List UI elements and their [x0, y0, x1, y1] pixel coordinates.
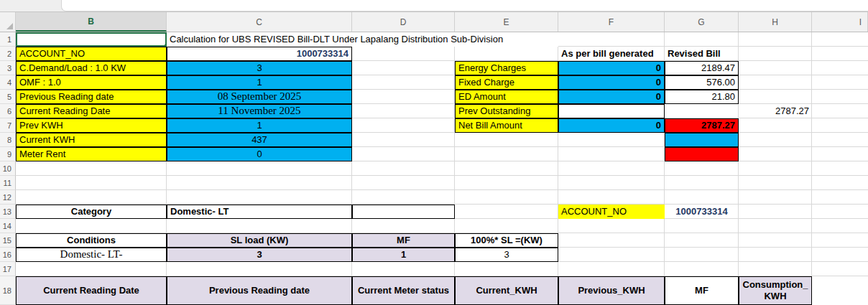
- row-header-6[interactable]: 6: [0, 104, 16, 118]
- cell-mf-value[interactable]: 1: [352, 248, 455, 262]
- cell-sl-formula-value[interactable]: 3: [455, 248, 558, 262]
- col-header-g[interactable]: G: [665, 12, 739, 32]
- row-number: 18: [3, 286, 11, 295]
- row-header-15[interactable]: 15: [0, 233, 16, 248]
- cell-cdemand-value[interactable]: 3: [167, 61, 352, 75]
- col-header-e[interactable]: E: [455, 12, 558, 32]
- cell-hdr-previous-kwh[interactable]: Previous_KWH: [558, 276, 665, 305]
- cell-col-generated-header[interactable]: As per bill generated: [558, 47, 665, 61]
- cell-prev-outstanding-label[interactable]: Prev Outstanding: [455, 104, 558, 118]
- cell-d13-empty[interactable]: [352, 205, 455, 219]
- row-header-18[interactable]: 18: [0, 276, 16, 305]
- row-header-1[interactable]: 1: [0, 32, 16, 47]
- cell-meter-rent-value[interactable]: 0: [167, 147, 352, 161]
- cell-ed-amount-revised[interactable]: 21.80: [665, 90, 739, 104]
- cell-account-value[interactable]: 1000733314: [167, 47, 352, 61]
- row-header-16[interactable]: 16: [0, 248, 16, 262]
- row-number: 13: [3, 207, 11, 216]
- col-header-label: E: [503, 17, 509, 27]
- cell-sl-load-value[interactable]: 3: [167, 248, 352, 262]
- cell-ed-amount-generated[interactable]: 0: [558, 90, 665, 104]
- cell-prev-kwh-value[interactable]: 1: [167, 118, 352, 133]
- row-number: 2: [7, 50, 11, 58]
- label-text: Energy Charges: [458, 63, 526, 73]
- cell-net-bill-label[interactable]: Net Bill Amount: [455, 118, 558, 133]
- row-header-2[interactable]: 2: [0, 47, 16, 61]
- cell-conditions-header[interactable]: Conditions: [16, 233, 167, 248]
- cell-fixed-charge-generated[interactable]: 0: [558, 75, 665, 90]
- col-header-label: H: [772, 17, 778, 27]
- cell-current-reading-date-label[interactable]: Current Reading Date: [16, 104, 167, 118]
- header-text: SL load (KW): [231, 235, 289, 245]
- cell-account-lookup-value[interactable]: 1000733314: [665, 205, 739, 219]
- cell-hdr-current-kwh[interactable]: Current_KWH: [455, 276, 558, 305]
- row-header-5[interactable]: 5: [0, 90, 16, 104]
- cell-hdr-current-meter-status[interactable]: Current Meter status: [352, 276, 455, 305]
- cell-fixed-charge-revised[interactable]: 576.00: [665, 75, 739, 90]
- cell-energy-charges-generated[interactable]: 0: [558, 61, 665, 75]
- cell-cdemand-label[interactable]: C.Demand/Load : 1.0 KW: [16, 61, 167, 75]
- col-header-label: I: [859, 17, 862, 27]
- cell-current-kwh-label[interactable]: Current KWH: [16, 133, 167, 147]
- cell-current-kwh-value[interactable]: 437: [167, 133, 352, 147]
- cell-prev-reading-date-label[interactable]: Previous Reading date: [16, 90, 167, 104]
- cell-net-bill-generated[interactable]: 0: [558, 118, 665, 133]
- cell-category-value[interactable]: Domestic- LT: [167, 205, 352, 219]
- cell-account-label[interactable]: ACCOUNT_NO: [16, 47, 167, 61]
- title-cell[interactable]: Calculation for UBS REVISED Bill-DLT Und…: [167, 32, 558, 47]
- select-all-corner[interactable]: [0, 12, 16, 32]
- cell-prev-reading-date-value[interactable]: 08 September 2025: [167, 90, 352, 104]
- value-text: 0: [656, 121, 661, 131]
- value-text: 08 September 2025: [218, 91, 302, 103]
- cell-meter-rent-label[interactable]: Meter Rent: [16, 147, 167, 161]
- cell-hdr-current-reading-date[interactable]: Current Reading Date: [16, 276, 167, 305]
- col-header-d[interactable]: D: [352, 12, 455, 32]
- row-header-8[interactable]: 8: [0, 133, 16, 147]
- cell-energy-charges-revised[interactable]: 2189.47: [665, 61, 739, 75]
- cell-hdr-previous-reading-date[interactable]: Previous Reading date: [167, 276, 352, 305]
- cell-account-lookup-label[interactable]: ACCOUNT_NO: [558, 205, 665, 219]
- row-header-17[interactable]: 17: [0, 262, 16, 276]
- cell-mf-header[interactable]: MF: [352, 233, 455, 248]
- cell-omf-value[interactable]: 1: [167, 75, 352, 90]
- cell-hdr-consumption-kwh[interactable]: Consumption_KWH: [739, 276, 812, 305]
- cell-net-bill-revised[interactable]: 2787.27: [665, 118, 739, 133]
- cell-omf-label[interactable]: OMF : 1.0: [16, 75, 167, 90]
- cell-energy-charges-label[interactable]: Energy Charges: [455, 61, 558, 75]
- cell-ed-amount-label[interactable]: ED Amount: [455, 90, 558, 104]
- label-text: Category: [71, 207, 111, 217]
- row-number: 17: [3, 265, 11, 273]
- value-text: 1: [401, 250, 406, 260]
- row-header-4[interactable]: 4: [0, 75, 16, 90]
- row-header-11[interactable]: 11: [0, 176, 16, 190]
- cell-hdr-mf[interactable]: MF: [665, 276, 739, 305]
- col-header-f[interactable]: F: [558, 12, 665, 32]
- row-header-3[interactable]: 3: [0, 61, 16, 75]
- cell-category-label[interactable]: Category: [16, 205, 167, 219]
- row-header-12[interactable]: 12: [0, 190, 16, 205]
- row-header-9[interactable]: 9: [0, 147, 16, 161]
- col-header-h[interactable]: H: [739, 12, 812, 32]
- cell-current-reading-date-value[interactable]: 11 November 2025: [167, 104, 352, 118]
- row-header-13[interactable]: 13: [0, 205, 16, 219]
- cell-sl-formula-header[interactable]: 100%* SL =(KW): [455, 233, 558, 248]
- col-header-i[interactable]: I: [812, 12, 868, 32]
- fill-handle[interactable]: [164, 44, 167, 47]
- cell-g8-empty-blue[interactable]: [665, 133, 739, 147]
- cell-col-revised-header[interactable]: Revised Bill: [665, 47, 739, 61]
- label-text: Current Reading Date: [19, 106, 110, 116]
- cell-prev-kwh-label[interactable]: Prev KWH: [16, 118, 167, 133]
- selected-cell-b1[interactable]: [16, 32, 167, 47]
- row-header-7[interactable]: 7: [0, 118, 16, 133]
- cell-prev-outstanding-generated-empty[interactable]: [558, 104, 665, 118]
- cell-fixed-charge-label[interactable]: Fixed Charge: [455, 75, 558, 90]
- cell-sl-load-header[interactable]: SL load (KW): [167, 233, 352, 248]
- cell-conditions-category[interactable]: Domestic- LT-: [16, 248, 167, 262]
- select-all-triangle-icon: [6, 23, 13, 29]
- col-header-c[interactable]: C: [167, 12, 352, 32]
- col-header-b[interactable]: B: [16, 12, 167, 32]
- row-header-14[interactable]: 14: [0, 219, 16, 233]
- cell-prev-outstanding-amount[interactable]: 2787.27: [739, 104, 812, 118]
- cell-g9-empty-red[interactable]: [665, 147, 739, 161]
- row-header-10[interactable]: 10: [0, 161, 16, 176]
